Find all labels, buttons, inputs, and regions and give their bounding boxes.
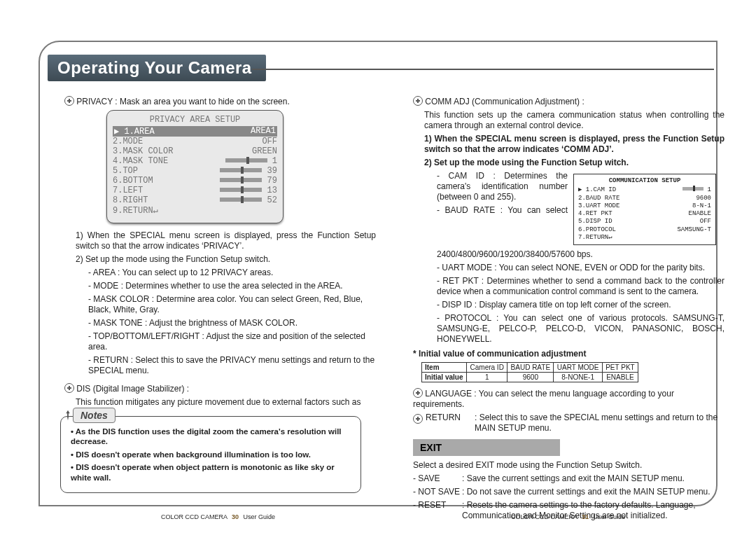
desc-mode: - MODE : Determines whether to use the a… xyxy=(64,281,376,291)
commadj-body: This function sets up the camera communi… xyxy=(413,110,724,131)
comm-row: 6.PROTOCOLSAMSUNG-T xyxy=(578,226,711,234)
desc-mask-color: - MASK COLOR : Determine area color. You… xyxy=(64,294,376,315)
osd-row: 6.BOTTOM 79 xyxy=(113,176,277,186)
comm-row: 5.DISP IDOFF xyxy=(578,218,711,226)
commadj-heading-text: COMM ADJ (Communication Adjustment) : xyxy=(425,97,584,106)
privacy-heading: PRIVACY : Mask an area you want to hide … xyxy=(64,95,376,107)
osd-row: 7.LEFT 13 xyxy=(113,186,277,195)
page-title: Operating Your Camera xyxy=(48,55,266,81)
exit-save-label: - SAVE xyxy=(413,473,462,484)
privacy-osd-panel: PRIVACY AREA SETUP ▶ 1.AREAAREA12.MODEOF… xyxy=(106,110,284,223)
commadj-step1: 1) When the SPECIAL menu screen is displ… xyxy=(413,134,724,155)
desc-dispid: - DISP ID : Display camera title on top … xyxy=(413,300,724,310)
footer-product: COLOR CCD CAMERA xyxy=(511,513,578,520)
language-text: LANGUAGE : You can select the menu langu… xyxy=(413,389,674,409)
table-cell: 8-NONE-1 xyxy=(554,373,602,382)
comm-row: ▶ 1.CAM ID 1 xyxy=(578,186,711,194)
footer-left: COLOR CCD CAMERA 30 User Guide xyxy=(161,513,275,520)
return-line: RETURN : Select this to save the SPECIAL… xyxy=(413,413,724,434)
table-cell: 9600 xyxy=(507,373,554,382)
exit-notsave: - NOT SAVE : Do not save the current set… xyxy=(413,487,724,497)
title-divider xyxy=(252,69,714,70)
table-cell: 1 xyxy=(467,373,507,382)
osd-row: 9.RETURN↵ xyxy=(113,205,277,216)
bullet-icon xyxy=(64,383,74,393)
desc-tblr: - TOP/BOTTOM/LEFT/RIGHT : Adjust the siz… xyxy=(64,331,376,352)
footer-page-right: 31 xyxy=(582,513,589,520)
left-column: PRIVACY : Mask an area you want to hide … xyxy=(64,95,376,421)
desc-mask-tone: - MASK TONE : Adjust the brightness of M… xyxy=(64,318,376,328)
note-1: • As the DIS function uses the digital z… xyxy=(71,427,351,447)
osd-row: 2.MODEOFF xyxy=(113,137,277,146)
commadj-heading: COMM ADJ (Communication Adjustment) : xyxy=(413,95,724,107)
footer-page-left: 30 xyxy=(232,513,239,520)
table-header-cell: BAUD RATE xyxy=(507,363,554,373)
desc-area: - AREA : You can select up to 12 PRIVACY… xyxy=(64,268,376,278)
comm-row: 3.UART MODE8-N-1 xyxy=(578,202,711,210)
table-header-cell: UART MODE xyxy=(554,363,602,373)
desc-uart: - UART MODE : You can select NONE, EVEN … xyxy=(413,263,724,273)
osd-row: 4.MASK TONE 1 xyxy=(113,156,277,166)
notes-box: • As the DIS function uses the digital z… xyxy=(60,416,361,493)
table-header-cell: Camera ID xyxy=(467,363,507,373)
table-cell: Initial value xyxy=(422,373,467,382)
desc-return: - RETURN : Select this to save the PRIVA… xyxy=(64,355,376,376)
privacy-heading-text: PRIVACY : Mask an area you want to hide … xyxy=(76,97,289,106)
exit-intro: Select a desired EXIT mode using the Fun… xyxy=(413,460,724,471)
bullet-icon xyxy=(64,96,74,106)
osd-row: 3.MASK COLORGREEN xyxy=(113,146,277,156)
language-line: LANGUAGE : You can select the menu langu… xyxy=(413,387,724,410)
note-3: • DIS doesn't operate when object patter… xyxy=(71,462,351,483)
comm-row: 2.BAUD RATE9600 xyxy=(578,195,711,202)
footer-product: COLOR CCD CAMERA xyxy=(161,513,227,520)
footer-label: User Guide xyxy=(594,513,626,520)
osd-row: ▶ 1.AREAAREA1 xyxy=(113,126,277,137)
comm-row: 4.RET PKTENABLE xyxy=(578,210,711,218)
return-text: : Select this to save the SPECIAL menu s… xyxy=(475,413,724,434)
table-cell: ENABLE xyxy=(602,373,638,382)
exit-save: - SAVE : Save the current settings and e… xyxy=(413,473,724,484)
right-column: COMM ADJ (Communication Adjustment) : Th… xyxy=(413,95,724,524)
exit-save-text: : Save the current settings and exit the… xyxy=(462,473,685,484)
exit-section-bar: EXIT xyxy=(413,439,560,456)
exit-notsave-label: - NOT SAVE xyxy=(413,487,462,497)
desc-protocol: - PROTOCOL : You can select one of vario… xyxy=(413,313,724,345)
bullet-icon xyxy=(413,388,423,398)
comm-panel-title: COMMUNICATION SETUP xyxy=(578,177,711,185)
init-value-table: ItemCamera IDBAUD RATEUART MODEPET PKT I… xyxy=(421,362,638,382)
table-header-cell: Item xyxy=(422,363,467,373)
privacy-step2: 2) Set up the mode using the Function Se… xyxy=(64,254,376,265)
privacy-step1: 1) When the SPECIAL menu screen is displ… xyxy=(64,230,376,251)
desc-retpkt: - RET PKT : Determines whether to send a… xyxy=(413,276,724,297)
note-2: • DIS doesn't operate when background il… xyxy=(71,450,351,459)
exit-notsave-text: : Do not save the current settings and e… xyxy=(462,487,710,497)
communication-osd-panel: COMMUNICATION SETUP ▶ 1.CAM ID 12.BAUD R… xyxy=(573,174,716,245)
init-value-title: * Initial value of communication adjustm… xyxy=(413,349,724,359)
osd-title: PRIVACY AREA SETUP xyxy=(113,115,277,125)
table-header-cell: PET PKT xyxy=(602,363,638,373)
footer-right: COLOR CCD CAMERA 31 User Guide xyxy=(511,513,625,520)
exit-reset-label: - RESET xyxy=(413,500,462,521)
bullet-icon xyxy=(413,96,423,106)
notes-label: Notes xyxy=(73,408,115,423)
bullet-icon xyxy=(413,414,423,424)
return-label: RETURN xyxy=(426,413,475,434)
pin-icon xyxy=(62,409,74,422)
osd-row: 5.TOP 39 xyxy=(113,166,277,176)
commadj-step2: 2) Set up the mode using the Function Se… xyxy=(413,158,724,168)
dis-heading-text: DIS (Digital Image Stabilizer) : xyxy=(76,384,189,394)
dis-heading: DIS (Digital Image Stabilizer) : xyxy=(64,382,376,394)
comm-row: 7.RETURN↵ xyxy=(578,234,711,242)
footer-label: User Guide xyxy=(244,513,276,520)
osd-row: 8.RIGHT 52 xyxy=(113,195,277,205)
